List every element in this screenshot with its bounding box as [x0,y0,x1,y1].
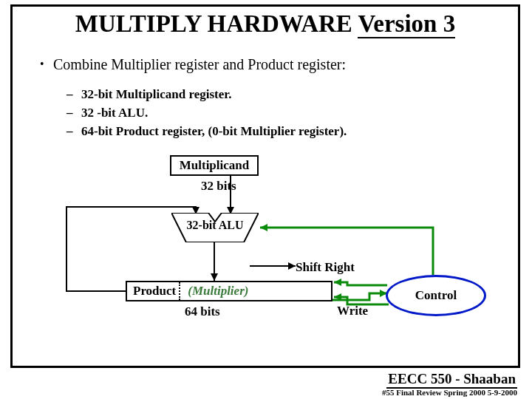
register-divider-icon [179,282,180,300]
alu: 32-bit ALU [171,213,259,242]
svg-marker-8 [334,279,341,286]
footer-meta: #55 Final Review Spring 2000 5-9-2000 [382,388,517,397]
shift-right-label: Shift Right [296,260,355,275]
wiring-diagram [0,0,532,399]
multiplicand-label: Multiplicand [180,158,249,173]
alu-label: 32-bit ALU [171,219,259,232]
product-width-label: 64 bits [185,304,220,319]
control-unit: Control [386,275,486,316]
footer-course: EECC 550 - Shaaban [386,371,517,389]
slide: MULTIPLY HARDWARE Version 3 • Combine Mu… [0,0,532,399]
svg-marker-10 [260,224,267,231]
multiplicand-width-label: 32 bits [201,179,236,194]
multiplicand-register: Multiplicand [170,155,259,176]
multiplier-label: (Multiplier) [188,284,248,299]
svg-marker-6 [288,262,296,270]
product-register: Product (Multiplier) [126,281,332,301]
write-label: Write [337,304,368,318]
svg-marker-4 [211,273,218,281]
product-label: Product [133,284,176,299]
control-label: Control [415,288,457,303]
